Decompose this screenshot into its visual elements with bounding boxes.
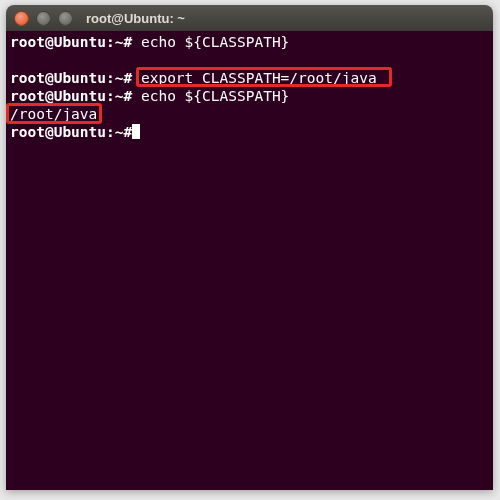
terminal-body[interactable]: root@Ubuntu:~# echo ${CLASSPATH} root@Ub…: [6, 31, 493, 490]
shell-command: export CLASSPATH=/root/java: [132, 70, 376, 86]
shell-prompt: root@Ubuntu:~#: [10, 124, 132, 140]
shell-command: echo ${CLASSPATH}: [132, 88, 289, 104]
terminal-line: root@Ubuntu:~# echo ${CLASSPATH}: [10, 87, 489, 105]
maximize-icon[interactable]: [58, 11, 73, 26]
terminal-output: /root/java: [10, 105, 489, 123]
terminal-line: root@Ubuntu:~#: [10, 123, 489, 141]
shell-prompt: root@Ubuntu:~#: [10, 88, 132, 104]
shell-prompt: root@Ubuntu:~#: [10, 70, 132, 86]
terminal-line: root@Ubuntu:~# export CLASSPATH=/root/ja…: [10, 69, 489, 87]
terminal-window: root@Ubuntu: ~ root@Ubuntu:~# echo ${CLA…: [6, 5, 493, 490]
shell-command: echo ${CLASSPATH}: [132, 34, 289, 50]
cursor-icon: [132, 124, 140, 139]
terminal-line: root@Ubuntu:~# echo ${CLASSPATH}: [10, 33, 489, 51]
minimize-icon[interactable]: [36, 11, 51, 26]
titlebar[interactable]: root@Ubuntu: ~: [6, 5, 493, 31]
window-title: root@Ubuntu: ~: [86, 11, 185, 26]
shell-prompt: root@Ubuntu:~#: [10, 34, 132, 50]
terminal-line: [10, 51, 489, 69]
close-icon[interactable]: [14, 11, 29, 26]
